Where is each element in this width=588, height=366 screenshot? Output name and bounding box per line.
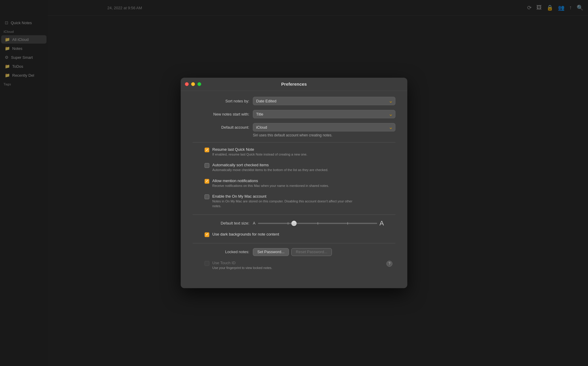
slider-tick-1 <box>288 222 288 224</box>
resume-quick-note-title: Resume last Quick Note <box>212 147 307 152</box>
minimize-button[interactable] <box>191 82 195 86</box>
sort-notes-select-wrapper: Date Edited Date Created Title ⌄ <box>253 97 395 105</box>
text-size-label: Default text size: <box>193 221 249 226</box>
text-size-small-a: A <box>253 221 256 226</box>
slider-tick-2 <box>318 222 318 224</box>
auto-sort-text: Automatically sort checked items Automat… <box>212 163 328 173</box>
prefs-content: Sort notes by: Date Edited Date Created … <box>181 91 407 282</box>
new-notes-select[interactable]: Title Body Creation Date <box>253 110 395 118</box>
new-notes-label: New notes start with: <box>193 112 249 116</box>
siri-note: Siri uses this default account when crea… <box>253 133 395 137</box>
slider-container: A A <box>253 219 395 227</box>
text-size-slider-thumb[interactable] <box>291 221 297 226</box>
touch-id-checkbox-wrapper <box>205 261 209 266</box>
dark-bg-checkbox-wrapper[interactable] <box>205 232 209 237</box>
allow-mention-desc: Receive notifications on this Mac when y… <box>212 184 329 188</box>
allow-mention-checkbox-wrapper[interactable] <box>205 179 209 184</box>
enable-mac-desc: Notes in On My Mac are stored on this co… <box>212 199 355 209</box>
allow-mention-row: Allow mention notifications Receive noti… <box>193 179 395 188</box>
resume-quick-note-checkbox[interactable] <box>205 147 209 152</box>
auto-sort-checkbox[interactable] <box>205 163 209 168</box>
text-size-large-a: A <box>380 219 384 227</box>
enable-mac-checkbox[interactable] <box>205 195 209 199</box>
divider-3 <box>193 243 395 243</box>
help-button[interactable]: ? <box>386 261 392 267</box>
resume-quick-note-text: Resume last Quick Note If enabled, resum… <box>212 147 307 157</box>
allow-mention-text: Allow mention notifications Receive noti… <box>212 179 329 188</box>
enable-mac-text: Enable the On My Mac account Notes in On… <box>212 194 355 209</box>
dark-bg-text: Use dark backgrounds for note content <box>212 232 279 237</box>
auto-sort-row: Automatically sort checked items Automat… <box>193 163 395 173</box>
auto-sort-desc: Automatically move checklist items to th… <box>212 168 328 173</box>
prefs-title: Preferences <box>281 81 307 87</box>
allow-mention-title: Allow mention notifications <box>212 179 329 183</box>
auto-sort-checkbox-wrapper[interactable] <box>205 163 209 168</box>
dark-bg-checkbox[interactable] <box>205 232 209 237</box>
touch-id-text: Use Touch ID Use your fingerprint to vie… <box>212 261 386 270</box>
sort-notes-row: Sort notes by: Date Edited Date Created … <box>193 97 395 105</box>
new-notes-row: New notes start with: Title Body Creatio… <box>193 110 395 118</box>
preferences-dialog: Preferences Sort notes by: Date Edited D… <box>181 78 407 288</box>
divider-1 <box>193 142 395 142</box>
enable-mac-row: Enable the On My Mac account Notes in On… <box>193 194 395 209</box>
touch-id-title: Use Touch ID <box>212 261 386 265</box>
traffic-lights <box>185 82 201 86</box>
locked-notes-buttons: Set Password... Reset Password... <box>253 248 332 256</box>
dark-bg-title: Use dark backgrounds for note content <box>212 232 279 236</box>
set-password-button[interactable]: Set Password... <box>253 248 289 256</box>
prefs-titlebar: Preferences <box>181 78 407 91</box>
locked-notes-row: Locked notes: Set Password... Reset Pass… <box>193 248 395 256</box>
divider-2 <box>193 214 395 215</box>
default-account-select-wrapper: iCloud On My Mac ⌄ <box>253 123 395 131</box>
auto-sort-title: Automatically sort checked items <box>212 163 328 167</box>
slider-tick-3 <box>347 222 348 224</box>
touch-id-desc: Use your fingerprint to view locked note… <box>212 266 355 270</box>
resume-quick-note-checkbox-wrapper[interactable] <box>205 147 209 152</box>
text-size-row: Default text size: A A <box>193 219 395 227</box>
locked-notes-label: Locked notes: <box>193 250 249 254</box>
resume-quick-note-desc: If enabled, resume last Quick Note inste… <box>212 152 307 157</box>
dark-bg-row: Use dark backgrounds for note content <box>193 232 395 237</box>
fullscreen-button[interactable] <box>197 82 201 86</box>
reset-password-button[interactable]: Reset Password... <box>291 248 332 256</box>
new-notes-select-wrapper: Title Body Creation Date ⌄ <box>253 110 395 118</box>
close-button[interactable] <box>185 82 189 86</box>
default-account-label: Default account: <box>193 125 249 130</box>
sort-notes-select[interactable]: Date Edited Date Created Title <box>253 97 395 105</box>
sort-notes-label: Sort notes by: <box>193 99 249 103</box>
text-size-slider-track <box>258 223 377 224</box>
touch-id-row: Use Touch ID Use your fingerprint to vie… <box>193 261 395 270</box>
allow-mention-checkbox[interactable] <box>205 179 209 184</box>
default-account-select[interactable]: iCloud On My Mac <box>253 123 395 131</box>
touch-id-checkbox <box>205 261 209 266</box>
enable-mac-title: Enable the On My Mac account <box>212 194 355 199</box>
default-account-row: Default account: iCloud On My Mac ⌄ <box>193 123 395 131</box>
enable-mac-checkbox-wrapper[interactable] <box>205 195 209 199</box>
resume-quick-note-row: Resume last Quick Note If enabled, resum… <box>193 147 395 157</box>
